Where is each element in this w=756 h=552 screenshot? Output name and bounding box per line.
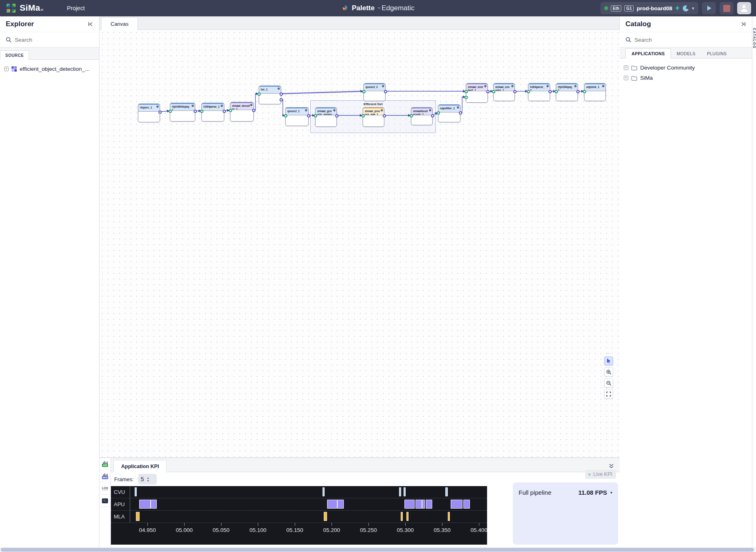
node-h264parse_2[interactable]: h264parse_2⚙ (528, 83, 550, 101)
output-port[interactable] (158, 110, 162, 114)
gear-icon[interactable]: ⚙ (382, 85, 384, 88)
gear-icon[interactable]: ⚙ (305, 109, 307, 112)
catalog-tab-models[interactable]: MODELS (671, 49, 701, 58)
frames-stepper[interactable]: ▲▼ (138, 474, 157, 484)
output-port[interactable] (307, 114, 310, 117)
gear-icon[interactable]: ⚙ (546, 85, 549, 88)
explorer-search[interactable] (0, 32, 99, 47)
input-port[interactable] (465, 96, 468, 99)
output-port[interactable] (384, 90, 387, 93)
node-simaaiboxdecode_1[interactable]: simaaiboxdecode_1⚙ (411, 107, 433, 125)
gear-icon[interactable]: ⚙ (250, 104, 253, 107)
input-port[interactable] (257, 92, 261, 96)
live-kpi-button[interactable]: ▶ Live KPI (585, 470, 616, 479)
output-port[interactable] (431, 114, 434, 117)
input-port[interactable] (314, 114, 317, 117)
expand-icon[interactable]: + (624, 65, 628, 70)
node-simaai_decoder_1[interactable]: simaai_decoder_1⚙ (230, 102, 254, 122)
gear-icon[interactable]: ⚙ (429, 109, 431, 112)
output-port[interactable] (576, 90, 580, 93)
frames-input[interactable] (138, 476, 147, 482)
rail-app-kpi-button[interactable]: APP (99, 458, 111, 470)
node-rtph264pay_1[interactable]: rtph264pay_1⚙ (556, 83, 578, 101)
node-h264parse_1[interactable]: h264parse_1⚙ (201, 103, 224, 122)
node-capsfilter_1[interactable]: capsfilter_1⚙ (438, 104, 460, 122)
stepper-down-icon[interactable]: ▼ (147, 480, 149, 482)
canvas[interactable]: Efficient Det rtspsrc_1⚙rtph264depay_1⚙h… (99, 30, 620, 457)
output-port[interactable] (459, 111, 462, 115)
stepper-up-icon[interactable]: ▲ (147, 477, 149, 479)
input-port[interactable] (361, 114, 365, 117)
gear-icon[interactable]: ⚙ (484, 85, 487, 88)
stop-button[interactable] (720, 2, 733, 14)
rail-model-kpi-button[interactable]: MOD (99, 470, 111, 482)
gear-icon[interactable]: ⚙ (221, 104, 223, 108)
input-port[interactable] (465, 90, 468, 93)
tab-application-kpi[interactable]: Application KPI (113, 460, 167, 472)
gear-icon[interactable]: ⚙ (333, 109, 336, 112)
node-queue2_1[interactable]: queue2_1⚙ (285, 107, 309, 126)
output-port[interactable] (223, 110, 226, 113)
output-port[interactable] (194, 110, 197, 113)
output-port[interactable] (383, 114, 386, 117)
node-tee_1[interactable]: tee_1⚙ (259, 86, 281, 104)
gear-icon[interactable]: ⚙ (511, 85, 514, 88)
input-port[interactable] (200, 110, 203, 113)
catalog-tree-item[interactable]: + Developer Community (620, 63, 752, 73)
more-options-icon[interactable]: ⋯ (606, 352, 611, 354)
explorer-search-input[interactable] (15, 37, 80, 43)
input-port[interactable] (410, 114, 413, 117)
catalog-tab-plugins[interactable]: PLUGINS (701, 49, 732, 58)
collapse-bottom-panel-icon[interactable] (609, 464, 614, 469)
scrollbar-thumb[interactable] (1, 548, 754, 552)
node-simaai_encoder_1[interactable]: simaai_encoder_1⚙ (493, 83, 515, 101)
gear-icon[interactable]: ⚙ (192, 104, 194, 108)
input-port[interactable] (555, 90, 558, 93)
output-port[interactable] (486, 90, 490, 93)
tab-canvas[interactable]: Canvas (101, 17, 138, 30)
rail-log-button[interactable]: LOG (99, 482, 111, 495)
output-port[interactable] (252, 109, 255, 112)
input-port[interactable] (284, 114, 287, 117)
gear-icon[interactable]: ⚙ (457, 106, 459, 109)
select-tool-button[interactable] (604, 356, 613, 365)
horizontal-scrollbar[interactable] (0, 547, 756, 552)
node-simaai_process_mla_1[interactable]: simaai_process_mla_1⚙ (363, 107, 384, 127)
node-simaai_generic_preproc_1[interactable]: simaai_generic_preproc_1⚙ (315, 107, 337, 127)
output-port[interactable] (280, 98, 283, 101)
explorer-tree-item[interactable]: + efficient_object_detection_... (0, 64, 99, 74)
user-avatar[interactable] (737, 2, 751, 14)
gear-icon[interactable]: ⚙ (381, 109, 383, 112)
node-queue2_2[interactable]: queue2_2⚙ (363, 83, 386, 101)
node-simaai_overlay2_1[interactable]: simaai_overlay2_1⚙ (466, 83, 488, 103)
catalog-tree-item[interactable]: + SiMa (620, 73, 752, 83)
expand-icon[interactable]: + (4, 67, 9, 71)
output-port[interactable] (280, 92, 283, 96)
chevron-down-icon[interactable]: ▾ (610, 490, 612, 495)
gear-icon[interactable]: ⚙ (278, 87, 280, 90)
zoom-in-button[interactable] (604, 367, 613, 376)
input-port[interactable] (583, 90, 586, 93)
menu-project[interactable]: Project (67, 5, 85, 11)
tab-source[interactable]: SOURCE (0, 50, 29, 60)
gear-icon[interactable]: ⚙ (156, 105, 159, 108)
fit-view-button[interactable] (604, 390, 613, 399)
input-port[interactable] (362, 90, 366, 93)
device-selector[interactable]: Eth G1 prod-board08 ▾ (600, 2, 698, 14)
catalog-search[interactable] (620, 32, 752, 47)
output-port[interactable] (548, 90, 552, 93)
gear-icon[interactable]: ⚙ (602, 85, 605, 88)
run-button[interactable] (702, 2, 716, 14)
catalog-side-strip[interactable]: CATALOG (752, 16, 756, 552)
catalog-search-input[interactable] (634, 37, 700, 43)
input-port[interactable] (492, 90, 495, 93)
input-port[interactable] (527, 90, 530, 93)
expand-icon[interactable]: + (624, 76, 628, 80)
catalog-tab-applications[interactable]: APPLICATIONS (625, 48, 671, 59)
input-port[interactable] (169, 110, 172, 113)
node-rtspsrc_1[interactable]: rtspsrc_1⚙ (138, 104, 160, 122)
collapse-panel-icon[interactable] (87, 20, 94, 28)
expand-panel-icon[interactable] (740, 20, 747, 28)
rail-terminal-button[interactable]: >_ (99, 495, 111, 507)
output-port[interactable] (513, 90, 517, 93)
